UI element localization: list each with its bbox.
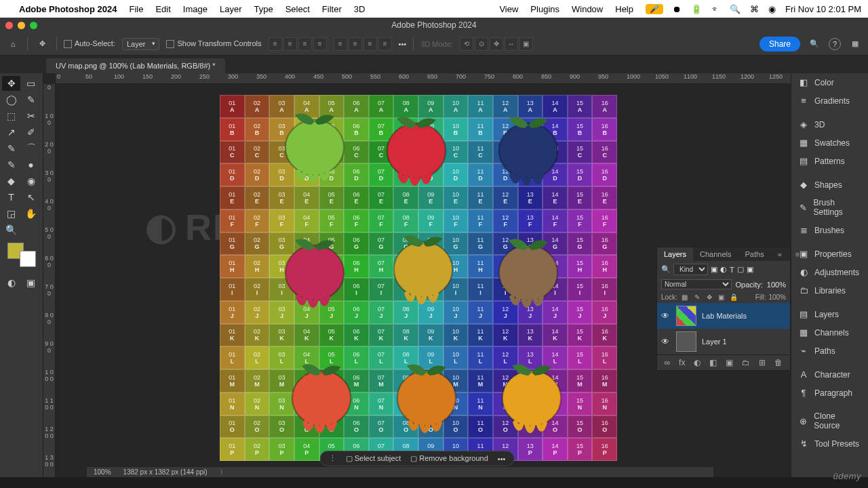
menu-window[interactable]: Window bbox=[572, 4, 603, 14]
layer-folder-icon[interactable]: 🗀 bbox=[742, 358, 750, 367]
layer-new-icon[interactable]: ⊞ bbox=[759, 358, 766, 367]
lock-trans-icon[interactable]: ▦ bbox=[680, 292, 690, 302]
filter-pixel-icon[interactable]: ▣ bbox=[711, 265, 717, 274]
tool-0[interactable]: ✥ bbox=[2, 76, 20, 91]
minimize-window-icon[interactable] bbox=[18, 22, 25, 29]
document-tab[interactable]: UV map.png @ 100% (Lab Materials, RGB/8#… bbox=[46, 58, 225, 73]
filter-smart-icon[interactable]: ▣ bbox=[747, 265, 753, 274]
tool-17[interactable]: ✋ bbox=[22, 206, 40, 221]
layer-filter-dropdown[interactable]: Kind bbox=[673, 264, 708, 275]
status-arrow-icon[interactable]: 〉 bbox=[220, 468, 226, 477]
menu-type[interactable]: Type bbox=[254, 4, 273, 14]
tool-4[interactable]: ⬚ bbox=[2, 108, 20, 123]
screen-mode-icon[interactable]: ▣ bbox=[22, 275, 40, 290]
control-center-icon[interactable]: ⌘ bbox=[750, 4, 759, 14]
layer-name[interactable]: Layer 1 bbox=[702, 338, 727, 346]
menu-file[interactable]: File bbox=[129, 4, 143, 14]
layer-row[interactable]: 👁Lab Materials bbox=[657, 303, 790, 329]
close-window-icon[interactable] bbox=[5, 22, 13, 29]
distribute-1-icon[interactable]: ≡ bbox=[334, 37, 347, 51]
record-icon[interactable]: ⏺ bbox=[673, 4, 682, 14]
lock-all-icon[interactable]: 🔒 bbox=[729, 292, 738, 302]
distribute-2-icon[interactable]: ≡ bbox=[349, 37, 362, 51]
layer-group-icon[interactable]: ▣ bbox=[726, 358, 733, 367]
blend-mode-dropdown[interactable]: Normal bbox=[661, 279, 732, 289]
auto-select-dropdown[interactable]: Layer bbox=[122, 38, 160, 50]
fill-value[interactable]: 100% bbox=[768, 293, 786, 301]
layer-thumb[interactable] bbox=[676, 306, 696, 326]
panel-brushes[interactable]: ≣Brushes bbox=[791, 221, 868, 239]
traffic-lights[interactable] bbox=[5, 22, 37, 29]
background-color[interactable] bbox=[20, 251, 36, 267]
help-icon[interactable]: ? bbox=[829, 38, 841, 50]
drag-handle-icon[interactable]: ⋮ bbox=[329, 454, 336, 463]
panel-gradients[interactable]: ≡Gradients bbox=[791, 92, 868, 110]
panel-libraries[interactable]: 🗀Libraries bbox=[791, 281, 868, 300]
tool-12[interactable]: ◆ bbox=[2, 174, 20, 188]
layer-fx-icon[interactable]: fx bbox=[679, 358, 685, 367]
tool-7[interactable]: ✐ bbox=[22, 125, 40, 140]
layers-tab[interactable]: Layers bbox=[657, 247, 693, 261]
quick-mask-icon[interactable]: ◐ bbox=[3, 275, 21, 290]
menu-image[interactable]: Image bbox=[183, 4, 208, 14]
lock-image-icon[interactable]: ✎ bbox=[692, 292, 702, 302]
tool-18[interactable]: 🔍 bbox=[2, 222, 20, 237]
layers-panel[interactable]: Layers Channels Paths » ≡ 🔍 Kind ▣ ◐ T ▢… bbox=[656, 247, 791, 371]
tool-1[interactable]: ▭ bbox=[22, 76, 40, 91]
move-tool-icon[interactable]: ✥ bbox=[35, 37, 50, 52]
align-top-icon[interactable]: ≡ bbox=[313, 37, 327, 51]
clock[interactable]: Fri Nov 10 2:01 PM bbox=[785, 4, 861, 14]
battery-icon[interactable]: 🔋 bbox=[691, 4, 702, 14]
panel-patterns[interactable]: ▤Patterns bbox=[791, 152, 868, 170]
align-buttons[interactable]: ≡ ≡ ≡ ≡ bbox=[269, 37, 327, 51]
distribute-3-icon[interactable]: ≡ bbox=[363, 37, 377, 51]
remove-background-button[interactable]: ▢ Remove background bbox=[410, 454, 488, 463]
mic-icon[interactable]: 🎤 bbox=[646, 4, 663, 14]
siri-icon[interactable]: ◉ bbox=[768, 4, 776, 14]
layer-name[interactable]: Lab Materials bbox=[702, 312, 747, 320]
tool-16[interactable]: ◲ bbox=[2, 206, 20, 221]
menu-plugins[interactable]: Plugins bbox=[530, 4, 559, 14]
auto-select-check[interactable]: Auto-Select: bbox=[64, 39, 115, 48]
panel-menu-icon[interactable]: ≡ bbox=[789, 247, 806, 261]
menu-layer[interactable]: Layer bbox=[220, 4, 242, 14]
menu-edit[interactable]: Edit bbox=[155, 4, 170, 14]
opacity-value[interactable]: 100% bbox=[767, 281, 786, 289]
filter-type-icon[interactable]: T bbox=[730, 266, 734, 274]
panel-character[interactable]: ACharacter bbox=[791, 365, 868, 384]
channels-tab[interactable]: Channels bbox=[693, 247, 738, 261]
panel-shapes[interactable]: ◆Shapes bbox=[791, 176, 868, 194]
lock-pos-icon[interactable]: ✥ bbox=[705, 292, 714, 302]
layer-mask-icon[interactable]: ◐ bbox=[694, 358, 701, 367]
menu-select[interactable]: Select bbox=[285, 4, 310, 14]
tool-6[interactable]: ↗ bbox=[2, 125, 20, 140]
context-more-icon[interactable]: ••• bbox=[498, 455, 506, 463]
zoom-level[interactable]: 100% bbox=[94, 468, 111, 476]
menu-help[interactable]: Help bbox=[615, 4, 633, 14]
layer-link-icon[interactable]: ∞ bbox=[665, 358, 671, 367]
tool-11[interactable]: ● bbox=[22, 157, 40, 172]
tool-8[interactable]: ✎ bbox=[2, 141, 20, 156]
more-align-icon[interactable]: ••• bbox=[399, 40, 407, 48]
distribute-buttons[interactable]: ≡ ≡ ≡ ≡ bbox=[334, 37, 392, 51]
select-subject-button[interactable]: ▢ Select subject bbox=[346, 454, 401, 463]
wifi-icon[interactable]: ᯤ bbox=[711, 4, 720, 14]
tool-2[interactable]: ◯ bbox=[2, 92, 20, 107]
visibility-icon[interactable]: 👁 bbox=[661, 311, 671, 321]
app-name[interactable]: Adobe Photoshop 2024 bbox=[19, 4, 117, 14]
layer-adjustment-icon[interactable]: ◧ bbox=[709, 358, 717, 367]
distribute-4-icon[interactable]: ≡ bbox=[378, 37, 392, 51]
lock-artboard-icon[interactable]: ▣ bbox=[717, 292, 726, 302]
zoom-window-icon[interactable] bbox=[30, 22, 37, 29]
menu-3d[interactable]: 3D bbox=[354, 4, 366, 14]
panel-brush-settings[interactable]: ✎Brush Settings bbox=[791, 194, 868, 221]
layer-thumb[interactable] bbox=[676, 331, 696, 352]
tool-14[interactable]: T bbox=[2, 190, 20, 205]
tool-19[interactable] bbox=[22, 222, 40, 237]
menu-view[interactable]: View bbox=[499, 4, 518, 14]
tool-5[interactable]: ✂ bbox=[22, 108, 40, 123]
panel-clone-source[interactable]: ⊕Clone Source bbox=[791, 407, 868, 434]
layer-row[interactable]: 👁Layer 1 bbox=[657, 329, 790, 354]
panel-tool-presets[interactable]: ↯Tool Presets bbox=[791, 434, 868, 453]
panel-paragraph[interactable]: ¶Paragraph bbox=[791, 384, 868, 402]
